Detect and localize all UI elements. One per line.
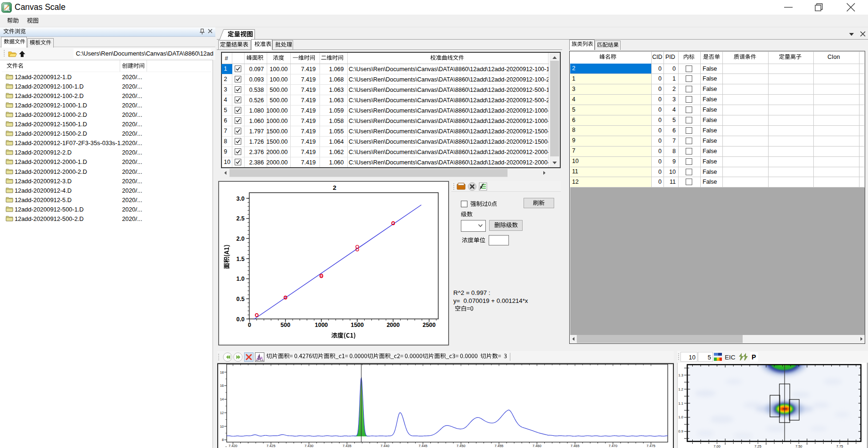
- svg-text:12: 12: [220, 411, 224, 415]
- svg-text:7.25: 7.25: [754, 444, 762, 448]
- svg-text:7.475: 7.475: [647, 444, 655, 448]
- svg-text:1500: 1500: [351, 322, 364, 328]
- svg-text:14: 14: [220, 397, 224, 401]
- svg-text:EIC: EIC: [725, 354, 736, 361]
- svg-text:3.0: 3.0: [237, 195, 245, 202]
- svg-text:10: 10: [689, 354, 696, 361]
- svg-text:16: 16: [220, 383, 224, 388]
- svg-text:1.5: 1.5: [237, 256, 245, 262]
- svg-text:1.2: 1.2: [679, 387, 683, 391]
- svg-text:7.435: 7.435: [343, 444, 352, 448]
- svg-text:8: 8: [222, 438, 224, 442]
- svg-text:7.440: 7.440: [381, 444, 390, 448]
- svg-text:P: P: [752, 353, 756, 361]
- svg-text:18: 18: [220, 370, 224, 375]
- svg-text:10: 10: [220, 424, 224, 429]
- svg-text:7.450: 7.450: [457, 444, 466, 448]
- svg-text:500: 500: [280, 322, 290, 328]
- svg-text:1.1: 1.1: [679, 401, 683, 406]
- svg-text:7.430: 7.430: [304, 444, 313, 448]
- svg-text:0.0: 0.0: [237, 316, 245, 323]
- svg-text:1.0: 1.0: [237, 276, 245, 282]
- svg-text:7.460: 7.460: [532, 444, 541, 448]
- svg-text:0.5: 0.5: [237, 296, 245, 302]
- svg-text:7.470: 7.470: [608, 444, 617, 448]
- svg-text:5: 5: [708, 354, 711, 361]
- svg-text:7.425: 7.425: [267, 444, 276, 448]
- svg-text:2000: 2000: [386, 322, 400, 328]
- svg-text:7.50: 7.50: [795, 444, 802, 448]
- svg-text:2500: 2500: [423, 322, 436, 328]
- svg-text:2: 2: [333, 184, 336, 191]
- svg-text:2.5: 2.5: [237, 215, 245, 222]
- svg-text:1.3: 1.3: [679, 373, 683, 377]
- svg-text:1000: 1000: [315, 322, 328, 328]
- svg-text:7.75: 7.75: [836, 444, 843, 448]
- svg-text:0.9: 0.9: [679, 429, 683, 433]
- svg-text:7.00: 7.00: [713, 444, 721, 448]
- svg-text:7.455: 7.455: [495, 444, 504, 448]
- svg-text:1.0: 1.0: [679, 415, 683, 419]
- svg-text:7.445: 7.445: [418, 444, 427, 448]
- svg-text:7.465: 7.465: [571, 444, 580, 448]
- svg-text:0: 0: [248, 322, 251, 328]
- svg-text:7.420: 7.420: [229, 444, 237, 448]
- svg-text:2.0: 2.0: [237, 236, 245, 242]
